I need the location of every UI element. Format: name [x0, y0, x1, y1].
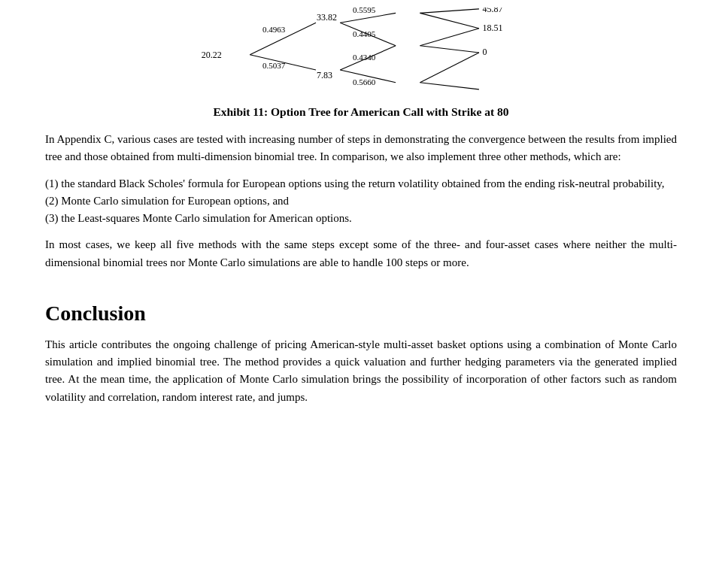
node-label-down1: 0.5037 [262, 61, 286, 70]
method-item-3: (3) the Least-squares Monte Carlo simula… [45, 210, 677, 227]
word-and: and [65, 150, 81, 162]
node-label-4ml: 0 [483, 47, 487, 57]
svg-line-6 [420, 9, 478, 14]
branch-label-ud: 0.4405 [353, 29, 376, 38]
node-label-2up: 33.82 [317, 12, 337, 23]
svg-line-8 [420, 29, 478, 46]
tree-diagram: 20.22 0.4963 0.5037 33.82 7.83 0.5595 0.… [173, 8, 549, 98]
word-obtained: obtained [111, 150, 150, 162]
node-label-up1: 0.4963 [262, 25, 286, 34]
branch-label-uu: 0.5595 [353, 8, 376, 14]
svg-line-10 [420, 53, 478, 83]
conclusion-heading: Conclusion [45, 302, 677, 326]
branch-label-dd: 0.5660 [353, 77, 376, 86]
word-tree: tree [45, 150, 62, 162]
word-those: those [84, 150, 108, 162]
paragraph-2: In most cases, we keep all five methods … [45, 236, 677, 271]
conclusion-text: This article contributes the ongoing cha… [45, 336, 677, 406]
word-from: from [152, 150, 174, 162]
paragraph-1: In Appendix C, various cases are tested … [45, 131, 677, 166]
svg-line-9 [420, 46, 478, 53]
branch-label-du: 0.4340 [353, 53, 376, 62]
exhibit-title: Exhibit 11: Option Tree for American Cal… [45, 105, 677, 119]
methods-block: (1) the standard Black Scholes' formula … [45, 175, 677, 228]
node-label-2down: 7.83 [317, 70, 332, 80]
svg-line-7 [420, 13, 478, 28]
method-item-2: (2) Monte Carlo simulation for European … [45, 192, 677, 210]
node-label-4uu: 45.87 [483, 8, 503, 14]
method-item-1: (1) the standard Black Scholes' formula … [45, 175, 677, 192]
node-label-4um: 18.51 [483, 23, 503, 33]
node-label-root: 20.22 [202, 50, 222, 60]
svg-line-11 [420, 83, 478, 89]
tree-svg: 20.22 0.4963 0.5037 33.82 7.83 0.5595 0.… [173, 8, 549, 98]
